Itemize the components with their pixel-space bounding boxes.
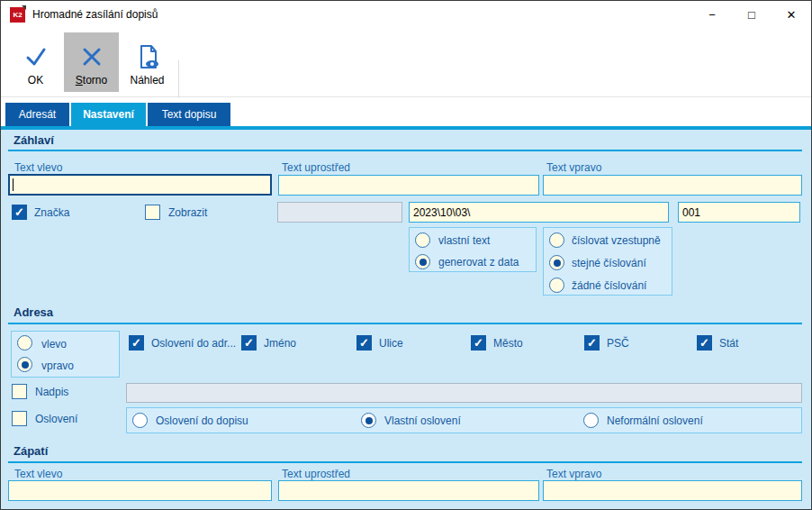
vlevo-radio[interactable] [17,335,32,351]
nadpis-checkbox[interactable] [12,384,27,399]
mesto-label: Město [493,337,523,350]
section-title-zahlavi: Záhlaví [14,133,54,147]
text-caret [13,178,14,191]
nadpis-input [126,383,802,403]
znacka-disabled-input [277,202,402,223]
cislovat-vzestupne-radio[interactable] [549,232,564,248]
ok-button-label: OK [28,74,43,87]
osloveni-do-adresy-checkbox[interactable] [129,335,144,351]
jmeno-label: Jméno [264,337,296,350]
footer-left-input[interactable] [8,480,272,501]
section-title-adresa: Adresa [14,305,53,319]
section-title-zapati: Zápatí [14,444,48,458]
vlastni-osloveni-label: Vlastní oslovení [384,414,461,427]
window-controls: − □ ✕ [692,1,811,28]
ok-button[interactable]: OK [8,32,63,92]
header-left-label: Text vlevo [14,161,62,174]
osloveni-do-dopisu-label: Oslovení do dopisu [156,414,248,427]
zobrazit-label: Zobrazit [168,206,207,219]
stat-label: Stát [719,337,738,350]
k2-logo-icon: K2 [10,7,25,23]
header-right-label: Text vpravo [546,161,601,174]
title-bar: K2 Hromadné zasílání dopisů − □ ✕ [1,1,811,28]
osloveni-checkbox[interactable] [12,411,27,426]
zadne-cislovani-label: žádné číslování [572,279,646,292]
nahled-button-label: Náhled [130,74,164,87]
zadne-cislovani-radio[interactable] [549,278,564,293]
neformalni-osloveni-radio[interactable] [583,413,599,428]
nadpis-label: Nadpis [35,386,68,398]
tab-text-dopisu[interactable]: Text dopisu [148,103,230,126]
tab-nastaveni[interactable]: Nastavení [71,103,146,126]
active-tab-strip [1,126,811,130]
tab-adresat[interactable]: Adresát [5,103,69,126]
neformalni-osloveni-label: Neformální oslovení [607,414,703,427]
storno-button[interactable]: Storno [64,32,119,92]
header-right-input[interactable] [543,175,802,196]
znacka-checkbox[interactable] [12,205,27,220]
section-divider [8,461,802,463]
cancel-x-icon [77,40,106,74]
ulice-checkbox[interactable] [356,335,372,351]
section-divider [8,323,802,324]
nahled-button[interactable]: Náhled [120,32,175,92]
window-title: Hromadné zasílání dopisů [32,8,158,21]
vpravo-radio[interactable] [17,357,32,372]
vlevo-label: vlevo [41,338,67,351]
preview-document-icon [133,40,162,74]
close-icon[interactable]: ✕ [771,1,811,28]
minimize-icon[interactable]: − [692,1,732,28]
znacka-date-input[interactable] [409,202,669,223]
maximize-icon[interactable]: □ [732,1,771,28]
ulice-label: Ulice [379,337,403,350]
header-center-input[interactable] [278,175,539,196]
generovat-z-data-label: generovat z data [438,256,519,269]
ok-check-icon [22,40,50,74]
tab-bar: Adresát Nastavení Text dopisu [1,97,811,130]
osloveni-do-adresy-label: Oslovení do adr... [151,337,236,350]
footer-right-input[interactable] [543,480,802,501]
znacka-label: Značka [34,206,69,219]
osloveni-do-dopisu-radio[interactable] [132,413,148,428]
znacka-number-input[interactable] [678,202,800,223]
vlastni-osloveni-radio[interactable] [361,413,376,428]
footer-center-input[interactable] [278,480,539,501]
dialog-window: K2 Hromadné zasílání dopisů − □ ✕ OK Sto… [0,0,812,510]
psc-checkbox[interactable] [584,335,600,351]
cislovat-vzestupne-label: číslovat vzestupně [572,234,661,247]
zobrazit-checkbox[interactable] [145,205,160,220]
vlastni-text-radio[interactable] [415,232,430,248]
header-center-label: Text uprostřed [282,161,350,174]
footer-left-label: Text vlevo [14,468,62,480]
storno-button-label: Storno [76,74,107,87]
stejne-cislovani-label: stejné číslování [572,257,646,269]
psc-label: PSČ [607,337,629,350]
toolbar: OK Storno Náhled [1,28,811,97]
footer-right-label: Text vpravo [546,468,601,480]
header-left-input[interactable] [8,174,272,196]
vpravo-label: vpravo [41,360,74,372]
jmeno-checkbox[interactable] [241,335,257,351]
footer-center-label: Text uprostřed [282,468,350,480]
osloveni-label: Oslovení [35,413,77,425]
generovat-z-data-radio[interactable] [415,254,430,269]
mesto-checkbox[interactable] [471,335,486,351]
stat-checkbox[interactable] [697,335,712,351]
vlastni-text-label: vlastní text [438,234,490,247]
section-divider [8,150,802,151]
stejne-cislovani-radio[interactable] [549,255,564,270]
